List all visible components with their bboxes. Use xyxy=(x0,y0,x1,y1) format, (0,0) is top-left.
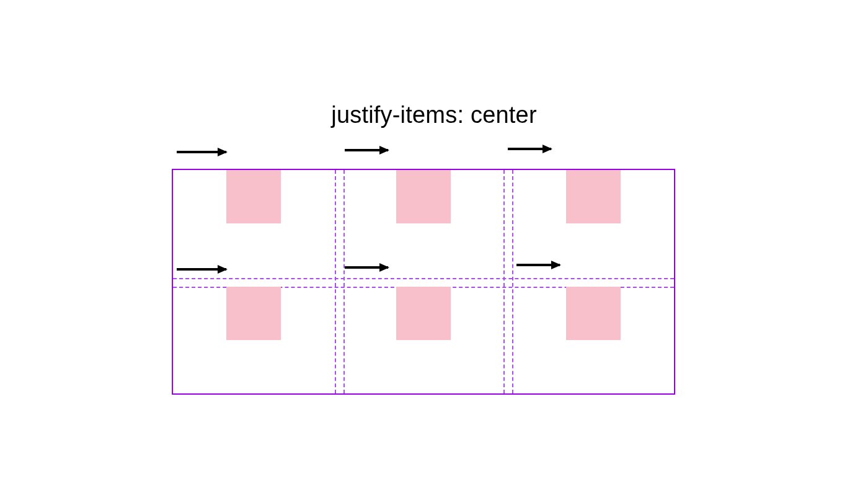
arrow-right-icon xyxy=(345,149,388,151)
grid-item xyxy=(566,287,621,340)
arrow-right-icon xyxy=(508,148,551,150)
grid-item xyxy=(226,170,281,223)
grid-item xyxy=(396,287,451,340)
arrow-right-icon xyxy=(177,151,226,153)
diagram-title: justify-items: center xyxy=(0,102,868,128)
grid-item xyxy=(566,170,621,223)
arrow-right-icon xyxy=(345,266,388,269)
arrow-right-icon xyxy=(177,268,226,271)
grid-item xyxy=(396,170,451,223)
grid-item xyxy=(226,287,281,340)
arrow-right-icon xyxy=(516,264,560,266)
diagram-stage: justify-items: center xyxy=(0,0,868,489)
